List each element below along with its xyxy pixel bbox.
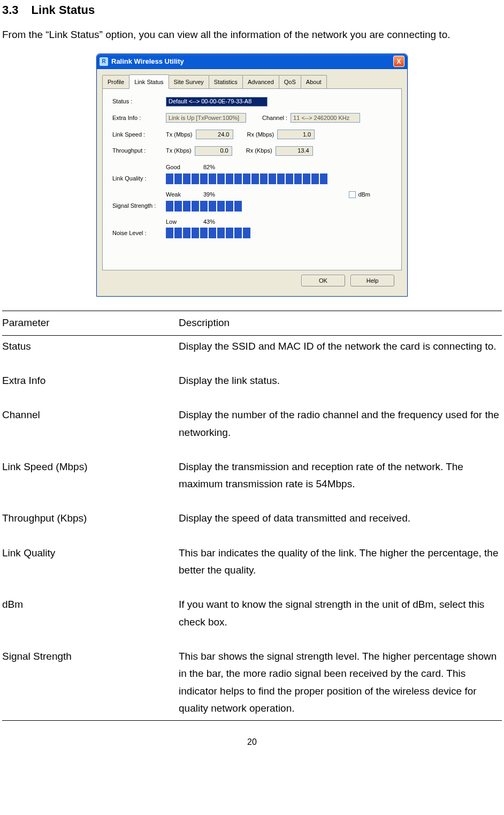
channel-field: 11 <--> 2462000 KHz [291, 113, 360, 123]
tab-statistics[interactable]: Statistics [209, 75, 243, 89]
bar-segment [192, 201, 199, 212]
bar-segment [209, 201, 216, 212]
table-row: Signal StrengthThis bar shows the signal… [2, 646, 502, 721]
titlebar: R Ralink Wireless Utility X [97, 54, 407, 69]
bar-segment [251, 173, 259, 184]
desc-cell: Display the link status. [179, 370, 502, 404]
extra-info-label: Extra Info : [112, 113, 166, 123]
bar-segment [217, 228, 225, 238]
nl-word: Low [166, 217, 203, 227]
tab-site-survey[interactable]: Site Survey [169, 75, 209, 89]
window-title: Ralink Wireless Utility [111, 56, 184, 67]
screenshot-container: R Ralink Wireless Utility X Profile Link… [2, 54, 502, 297]
bar-segment [183, 201, 190, 212]
bar-segment [174, 173, 182, 184]
rx-mbps-field: 1.0 [277, 130, 315, 139]
close-button[interactable]: X [393, 56, 404, 67]
bar-segment [320, 173, 327, 184]
param-cell: Throughput (Kbps) [2, 508, 179, 542]
link-speed-label: Link Speed : [112, 130, 166, 140]
param-cell: Status [2, 335, 179, 370]
bar-segment [174, 228, 182, 238]
bar-segment [209, 228, 216, 238]
bar-segment [166, 201, 173, 212]
bar-segment [286, 173, 293, 184]
intro-text: From the “Link Status” option, you can v… [2, 26, 502, 43]
bar-segment [200, 173, 208, 184]
tab-profile[interactable]: Profile [102, 75, 129, 89]
tab-about[interactable]: About [301, 75, 327, 89]
table-row: StatusDisplay the SSID and MAC ID of the… [2, 335, 502, 370]
bar-segment [277, 173, 285, 184]
rx-mbps-label: Rx (Mbps) [247, 130, 274, 140]
bar-segment [226, 228, 233, 238]
extra-info-field: Link is Up [TxPower:100%] [166, 113, 246, 123]
tx-mbps-field: 24.0 [196, 130, 233, 139]
param-cell: dBm [2, 594, 179, 646]
desc-cell: Display the transmission and reception r… [179, 456, 502, 508]
bar-segment [260, 173, 268, 184]
desc-cell: Display the number of the radio channel … [179, 404, 502, 456]
bar-segment [269, 173, 276, 184]
rx-kbps-field: 13.4 [276, 146, 313, 156]
bar-segment [226, 201, 233, 212]
signal-strength-bar [166, 201, 242, 212]
throughput-label: Throughput : [112, 146, 166, 156]
bar-segment [200, 201, 208, 212]
table-row: dBmIf you want to know the signal streng… [2, 594, 502, 646]
tab-panel: Status : Default <--> 00-00-0E-79-33-A8 … [102, 88, 402, 270]
bar-segment [192, 228, 199, 238]
bar-segment [294, 173, 302, 184]
header-parameter: Parameter [2, 311, 179, 335]
app-icon: R [100, 57, 108, 66]
lq-pct: 82% [203, 162, 235, 172]
bar-segment [166, 173, 173, 184]
table-row: Throughput (Kbps)Display the speed of da… [2, 508, 502, 542]
param-cell: Channel [2, 404, 179, 456]
header-description: Description [179, 311, 502, 335]
section-number: 3.3 [2, 3, 19, 17]
ss-pct: 39% [203, 190, 235, 200]
bar-segment [200, 228, 208, 238]
bar-segment [192, 173, 199, 184]
tx-kbps-label: Tx (Kbps) [166, 146, 192, 156]
tab-link-status[interactable]: Link Status [129, 74, 169, 89]
tx-kbps-field: 0.0 [195, 146, 232, 156]
signal-strength-label: Signal Strength : [112, 201, 166, 211]
desc-cell: If you want to know the signal strength … [179, 594, 502, 646]
ok-button[interactable]: OK [301, 275, 345, 286]
ss-word: Weak [166, 190, 203, 200]
table-row: ChannelDisplay the number of the radio c… [2, 404, 502, 456]
bar-segment [217, 201, 225, 212]
page-number: 20 [2, 735, 502, 749]
table-row: Link Speed (Mbps)Display the transmissio… [2, 456, 502, 508]
desc-cell: This bar indicates the quality of the li… [179, 542, 502, 594]
link-quality-bar [166, 173, 327, 184]
parameter-table: Parameter Description StatusDisplay the … [2, 311, 502, 721]
param-cell: Extra Info [2, 370, 179, 404]
dbm-checkbox[interactable] [349, 191, 356, 198]
bar-segment [234, 201, 242, 212]
link-quality-label: Link Quality : [112, 173, 166, 184]
channel-label: Channel : [262, 113, 287, 123]
bar-segment [234, 173, 242, 184]
bar-segment [303, 173, 310, 184]
bar-segment [209, 173, 216, 184]
desc-cell: This bar shows the signal strength level… [179, 646, 502, 721]
help-button[interactable]: Help [350, 275, 394, 286]
param-cell: Link Speed (Mbps) [2, 456, 179, 508]
noise-level-label: Noise Level : [112, 228, 166, 238]
bar-segment [174, 201, 182, 212]
param-cell: Signal Strength [2, 646, 179, 721]
tab-qos[interactable]: QoS [279, 75, 301, 89]
bar-segment [243, 173, 250, 184]
tab-advanced[interactable]: Advanced [242, 75, 279, 89]
dbm-label: dBm [358, 190, 370, 200]
lq-word: Good [166, 162, 203, 172]
bar-segment [183, 228, 190, 238]
tx-mbps-label: Tx (Mbps) [166, 130, 193, 140]
nl-pct: 43% [203, 217, 235, 227]
bar-segment [183, 173, 190, 184]
param-cell: Link Quality [2, 542, 179, 594]
status-label: Status : [112, 96, 166, 107]
